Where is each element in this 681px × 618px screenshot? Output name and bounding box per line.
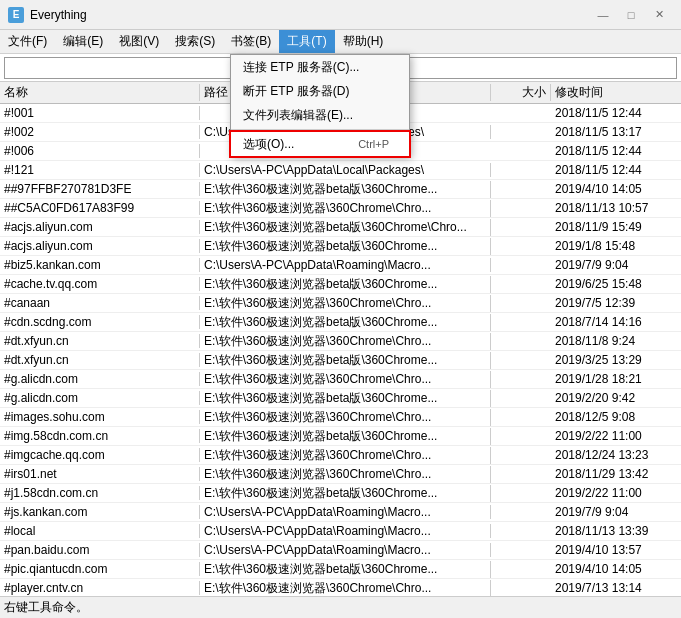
cell-path: E:\软件\360极速浏览器beta版\360Chrome... — [200, 314, 491, 331]
cell-name: #dt.xfyun.cn — [0, 353, 200, 367]
table-row[interactable]: #localC:\Users\A-PC\AppData\Roaming\Macr… — [0, 522, 681, 541]
cell-path: E:\软件\360极速浏览器\360Chrome\Chro... — [200, 295, 491, 312]
column-header-size[interactable]: 大小 — [491, 84, 551, 101]
cell-name: #dt.xfyun.cn — [0, 334, 200, 348]
cell-name: #cache.tv.qq.com — [0, 277, 200, 291]
cell-name: #g.alicdn.com — [0, 372, 200, 386]
status-bar: 右键工具命令。 — [0, 596, 681, 618]
cell-name: #pan.baidu.com — [0, 543, 200, 557]
tools-dropdown: 连接 ETP 服务器(C)... 断开 ETP 服务器(D) 文件列表编辑器(E… — [230, 54, 410, 157]
table-row[interactable]: #cache.tv.qq.comE:\软件\360极速浏览器beta版\360C… — [0, 275, 681, 294]
cell-name: #local — [0, 524, 200, 538]
cell-path: E:\软件\360极速浏览器beta版\360Chrome... — [200, 181, 491, 198]
cell-path: E:\软件\360极速浏览器beta版\360Chrome... — [200, 485, 491, 502]
cell-path: E:\软件\360极速浏览器\360Chrome\Chro... — [200, 409, 491, 426]
cell-name: ##97FFBF270781D3FE — [0, 182, 200, 196]
cell-time: 2018/11/29 13:42 — [551, 467, 681, 481]
table-row[interactable]: #acjs.aliyun.comE:\软件\360极速浏览器beta版\360C… — [0, 218, 681, 237]
table-row[interactable]: ##C5AC0FD617A83F99E:\软件\360极速浏览器\360Chro… — [0, 199, 681, 218]
menu-file[interactable]: 文件(F) — [0, 30, 55, 53]
cell-time: 2018/11/8 9:24 — [551, 334, 681, 348]
cell-name: #acjs.aliyun.com — [0, 220, 200, 234]
table-row[interactable]: #img.58cdn.com.cnE:\软件\360极速浏览器beta版\360… — [0, 427, 681, 446]
app-icon: E — [8, 7, 24, 23]
status-text: 右键工具命令。 — [4, 599, 88, 616]
cell-time: 2019/3/25 13:29 — [551, 353, 681, 367]
cell-name: #!001 — [0, 106, 200, 120]
cell-time: 2018/12/24 13:23 — [551, 448, 681, 462]
cell-name: #j1.58cdn.com.cn — [0, 486, 200, 500]
shortcut-options: Ctrl+P — [358, 138, 389, 150]
table-row[interactable]: #irs01.netE:\软件\360极速浏览器\360Chrome\Chro.… — [0, 465, 681, 484]
cell-path: E:\软件\360极速浏览器beta版\360Chrome... — [200, 428, 491, 445]
cell-time: 2019/2/20 9:42 — [551, 391, 681, 405]
menu-search[interactable]: 搜索(S) — [167, 30, 223, 53]
cell-name: #!002 — [0, 125, 200, 139]
cell-name: #!121 — [0, 163, 200, 177]
cell-time: 2018/11/13 10:57 — [551, 201, 681, 215]
table-row[interactable]: #pic.qiantucdn.comE:\软件\360极速浏览器beta版\36… — [0, 560, 681, 579]
minimize-button[interactable]: — — [589, 5, 617, 25]
table-row[interactable]: #images.sohu.comE:\软件\360极速浏览器\360Chrome… — [0, 408, 681, 427]
file-list: #!0012018/11/5 12:44#!002C:\Users\A-PC\A… — [0, 104, 681, 596]
cell-time: 2019/2/22 11:00 — [551, 429, 681, 443]
cell-path: E:\软件\360极速浏览器beta版\360Chrome... — [200, 390, 491, 407]
table-row[interactable]: #j1.58cdn.com.cnE:\软件\360极速浏览器beta版\360C… — [0, 484, 681, 503]
maximize-button[interactable]: □ — [617, 5, 645, 25]
table-row[interactable]: #cdn.scdng.comE:\软件\360极速浏览器beta版\360Chr… — [0, 313, 681, 332]
menu-view[interactable]: 视图(V) — [111, 30, 167, 53]
cell-name: #images.sohu.com — [0, 410, 200, 424]
menu-disconnect-etp[interactable]: 断开 ETP 服务器(D) — [231, 79, 409, 103]
cell-time: 2019/1/8 15:48 — [551, 239, 681, 253]
menu-bookmarks[interactable]: 书签(B) — [223, 30, 279, 53]
cell-name: #js.kankan.com — [0, 505, 200, 519]
table-row[interactable]: #g.alicdn.comE:\软件\360极速浏览器beta版\360Chro… — [0, 389, 681, 408]
cell-time: 2019/4/10 14:05 — [551, 182, 681, 196]
cell-path: E:\软件\360极速浏览器\360Chrome\Chro... — [200, 466, 491, 483]
menu-file-list-editor[interactable]: 文件列表编辑器(E)... — [231, 103, 409, 127]
cell-time: 2018/12/5 9:08 — [551, 410, 681, 424]
cell-time: 2019/7/13 13:14 — [551, 581, 681, 595]
title-bar: E Everything — □ ✕ — [0, 0, 681, 30]
table-row[interactable]: #player.cntv.cnE:\软件\360极速浏览器\360Chrome\… — [0, 579, 681, 596]
table-row[interactable]: #dt.xfyun.cnE:\软件\360极速浏览器\360Chrome\Chr… — [0, 332, 681, 351]
column-header-time[interactable]: 修改时间 — [551, 84, 681, 101]
cell-name: #imgcache.qq.com — [0, 448, 200, 462]
column-header-name[interactable]: 名称 — [0, 84, 200, 101]
table-row[interactable]: #g.alicdn.comE:\软件\360极速浏览器\360Chrome\Ch… — [0, 370, 681, 389]
cell-name: #cdn.scdng.com — [0, 315, 200, 329]
menu-bar: 文件(F) 编辑(E) 视图(V) 搜索(S) 书签(B) 工具(T) 帮助(H… — [0, 30, 681, 54]
cell-path: C:\Users\A-PC\AppData\Roaming\Macro... — [200, 524, 491, 538]
cell-name: #acjs.aliyun.com — [0, 239, 200, 253]
table-row[interactable]: #imgcache.qq.comE:\软件\360极速浏览器\360Chrome… — [0, 446, 681, 465]
table-row[interactable]: #pan.baidu.comC:\Users\A-PC\AppData\Roam… — [0, 541, 681, 560]
menu-connect-etp[interactable]: 连接 ETP 服务器(C)... — [231, 55, 409, 79]
cell-time: 2018/11/5 12:44 — [551, 163, 681, 177]
close-button[interactable]: ✕ — [645, 5, 673, 25]
cell-time: 2019/4/10 13:57 — [551, 543, 681, 557]
cell-path: E:\软件\360极速浏览器\360Chrome\Chro... — [200, 333, 491, 350]
cell-path: C:\Users\A-PC\AppData\Roaming\Macro... — [200, 505, 491, 519]
table-row[interactable]: #canaanE:\软件\360极速浏览器\360Chrome\Chro...2… — [0, 294, 681, 313]
menu-edit[interactable]: 编辑(E) — [55, 30, 111, 53]
table-row[interactable]: #js.kankan.comC:\Users\A-PC\AppData\Roam… — [0, 503, 681, 522]
table-row[interactable]: #dt.xfyun.cnE:\软件\360极速浏览器beta版\360Chrom… — [0, 351, 681, 370]
cell-path: E:\软件\360极速浏览器\360Chrome\Chro... — [200, 580, 491, 597]
window-controls: — □ ✕ — [589, 5, 673, 25]
cell-time: 2019/2/22 11:00 — [551, 486, 681, 500]
table-row[interactable]: #biz5.kankan.comC:\Users\A-PC\AppData\Ro… — [0, 256, 681, 275]
cell-path: E:\软件\360极速浏览器beta版\360Chrome... — [200, 238, 491, 255]
cell-path: E:\软件\360极速浏览器\360Chrome\Chro... — [200, 371, 491, 388]
cell-path: E:\软件\360极速浏览器\360Chrome\Chro... — [200, 447, 491, 464]
cell-name: #g.alicdn.com — [0, 391, 200, 405]
cell-name: ##C5AC0FD617A83F99 — [0, 201, 200, 215]
cell-path: E:\软件\360极速浏览器beta版\360Chrome... — [200, 352, 491, 369]
menu-help[interactable]: 帮助(H) — [335, 30, 392, 53]
menu-options[interactable]: 选项(O)... Ctrl+P — [231, 132, 409, 156]
table-row[interactable]: #acjs.aliyun.comE:\软件\360极速浏览器beta版\360C… — [0, 237, 681, 256]
menu-tools[interactable]: 工具(T) — [279, 30, 334, 53]
table-row[interactable]: #!121C:\Users\A-PC\AppData\Local\Package… — [0, 161, 681, 180]
cell-time: 2019/6/25 15:48 — [551, 277, 681, 291]
cell-name: #irs01.net — [0, 467, 200, 481]
table-row[interactable]: ##97FFBF270781D3FEE:\软件\360极速浏览器beta版\36… — [0, 180, 681, 199]
